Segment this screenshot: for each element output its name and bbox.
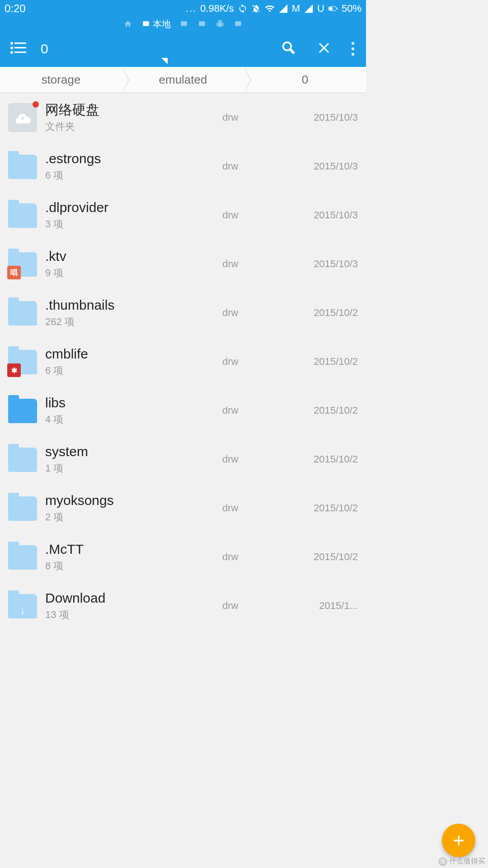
file-row[interactable]: libs4 项drw2015/10/2 [0, 386, 366, 435]
file-perm: drw [222, 600, 281, 612]
file-main: libs4 项 [45, 395, 222, 426]
tab-sd1[interactable] [179, 20, 189, 28]
file-icon [8, 591, 37, 620]
file-main: system1 项 [45, 444, 222, 475]
file-row[interactable]: ✱cmblife6 项drw2015/10/2 [0, 337, 366, 386]
file-date: 2015/10/2 [281, 453, 358, 465]
file-main: cmblife6 项 [45, 346, 222, 377]
file-sub: 262 项 [45, 315, 222, 329]
file-icon [8, 445, 37, 474]
file-row[interactable]: myoksongs2 项drw2015/10/2 [0, 484, 366, 533]
file-name: .estrongs [45, 151, 222, 166]
breadcrumb: storage emulated 0 [0, 67, 366, 93]
crumb-storage[interactable]: storage [0, 67, 122, 93]
signal-icon-2 [304, 4, 314, 14]
file-main: myoksongs2 项 [45, 493, 222, 524]
tab-local[interactable]: 本地 [141, 18, 171, 30]
file-name: myoksongs [45, 493, 222, 508]
file-sub: 3 项 [45, 217, 222, 231]
file-name: .McTT [45, 542, 222, 557]
dropdown-indicator-icon[interactable] [161, 58, 168, 64]
file-perm: drw [222, 160, 281, 172]
file-date: 2015/10/2 [281, 356, 358, 368]
crumb-emulated[interactable]: emulated [122, 67, 244, 93]
status-bar: 0:20 ... 0.98K/s M U 50% [0, 0, 366, 17]
file-main: .thumbnails262 项 [45, 297, 222, 329]
file-name: system [45, 444, 222, 459]
file-main: .McTT8 项 [45, 542, 222, 573]
file-row[interactable]: .estrongs6 项drw2015/10/3 [0, 142, 366, 191]
window-count[interactable]: 0 [41, 41, 48, 57]
svg-point-11 [10, 51, 13, 54]
file-sub: 13 项 [45, 608, 222, 622]
status-net-speed: 0.98K/s [200, 3, 234, 14]
file-row[interactable]: 唱.ktv9 项drw2015/10/3 [0, 240, 366, 288]
svg-rect-3 [143, 21, 149, 26]
svg-rect-2 [329, 7, 333, 10]
file-icon [8, 103, 37, 132]
sync-icon [238, 4, 248, 14]
file-main: Download13 项 [45, 590, 222, 622]
file-row[interactable]: .McTT8 项drw2015/10/2 [0, 533, 366, 581]
file-row[interactable]: system1 项drw2015/10/2 [0, 435, 366, 484]
file-date: 2015/10/2 [281, 307, 358, 319]
file-sub: 2 项 [45, 510, 222, 524]
tab-home[interactable] [123, 20, 133, 28]
file-main: .dlprovider3 项 [45, 200, 222, 231]
file-row[interactable]: 网络硬盘文件夹drw2015/10/3 [0, 93, 366, 142]
status-sim1: M [292, 3, 300, 14]
file-icon: 唱 [8, 250, 37, 278]
file-date: 2015/10/3 [281, 112, 358, 123]
file-list[interactable]: 网络硬盘文件夹drw2015/10/3.estrongs6 项drw2015/1… [0, 93, 366, 630]
svg-point-9 [10, 47, 13, 49]
file-name: .ktv [45, 249, 222, 264]
app-badge-icon: 唱 [7, 266, 21, 279]
file-date: 2015/1... [281, 600, 358, 612]
file-sub: 4 项 [45, 413, 222, 426]
more-icon[interactable] [352, 42, 354, 56]
toolbar: 0 [0, 31, 366, 67]
wifi-icon [265, 4, 275, 14]
crumb-0[interactable]: 0 [244, 67, 366, 93]
top-tabs: 本地 [0, 17, 366, 31]
file-date: 2015/10/2 [281, 502, 358, 514]
file-perm: drw [222, 258, 281, 270]
file-date: 2015/10/2 [281, 551, 358, 563]
file-icon [8, 201, 37, 230]
tab-sd2[interactable] [197, 20, 207, 28]
close-icon[interactable] [317, 41, 331, 57]
file-main: 网络硬盘文件夹 [45, 102, 222, 133]
status-dots: ... [186, 3, 197, 14]
svg-rect-10 [14, 47, 26, 48]
file-icon [8, 494, 37, 523]
file-name: .thumbnails [45, 297, 222, 312]
file-row[interactable]: .dlprovider3 项drw2015/10/3 [0, 191, 366, 240]
svg-rect-6 [235, 21, 241, 26]
file-row[interactable]: Download13 项drw2015/1... [0, 581, 366, 630]
search-icon[interactable] [281, 40, 296, 57]
signal-icon-1 [278, 4, 288, 14]
file-date: 2015/10/3 [281, 209, 358, 221]
tab-app[interactable] [215, 20, 225, 28]
status-sim2: U [317, 3, 324, 14]
app-badge-icon: ✱ [7, 363, 21, 377]
file-icon [8, 298, 37, 327]
status-battery: 50% [342, 3, 361, 14]
svg-rect-12 [14, 52, 26, 53]
svg-point-13 [283, 42, 291, 50]
file-icon [8, 542, 37, 571]
battery-icon [328, 4, 338, 14]
file-perm: drw [222, 405, 281, 416]
tab-net[interactable] [233, 20, 243, 28]
svg-rect-4 [181, 21, 187, 26]
file-date: 2015/10/3 [281, 258, 358, 270]
file-main: .ktv9 项 [45, 249, 222, 280]
svg-rect-1 [337, 8, 338, 9]
svg-rect-5 [199, 21, 205, 26]
file-icon: ✱ [8, 347, 37, 376]
menu-icon[interactable] [10, 42, 27, 56]
file-name: cmblife [45, 346, 222, 361]
file-perm: drw [222, 307, 281, 319]
file-sub: 6 项 [45, 364, 222, 377]
file-row[interactable]: .thumbnails262 项drw2015/10/2 [0, 288, 366, 337]
